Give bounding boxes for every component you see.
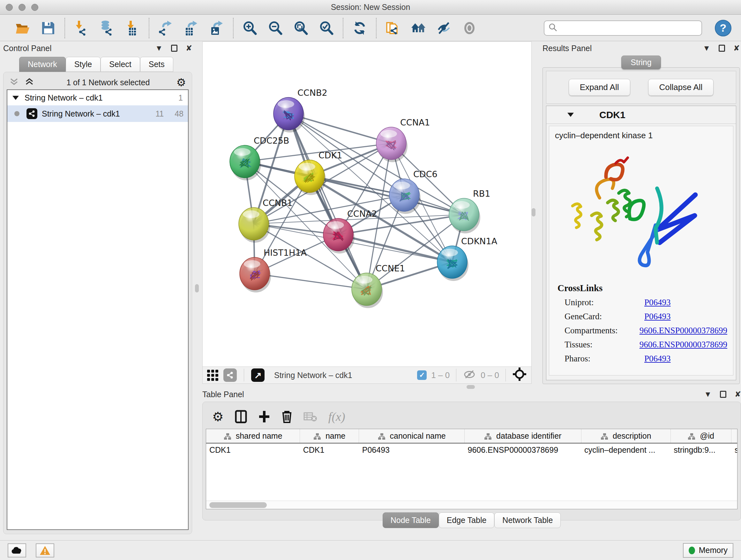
panel-float-icon[interactable] xyxy=(171,45,178,52)
crosslink-label: Compartments: xyxy=(564,326,639,335)
current-network-name: String Network – cdk1 xyxy=(274,371,352,380)
panel-close-icon[interactable]: ✘ xyxy=(186,44,192,53)
panel-close-icon[interactable]: ✘ xyxy=(735,390,741,399)
level-of-detail-icon[interactable] xyxy=(461,19,478,37)
zoom-out-icon[interactable] xyxy=(267,19,284,37)
import-network-icon[interactable] xyxy=(73,19,90,37)
edge-HIST1H1A-CCNE1[interactable] xyxy=(255,273,367,289)
tab-sets[interactable]: Sets xyxy=(140,57,173,72)
import-database-icon[interactable] xyxy=(98,19,116,37)
node-CCNA1[interactable] xyxy=(376,127,408,162)
export-image-icon[interactable] xyxy=(208,19,225,37)
selected-count: 1 – 0 xyxy=(431,370,450,380)
panel-float-icon[interactable] xyxy=(719,45,725,52)
crosslink-row: Compartments:9606.ENSP00000378699 xyxy=(564,326,727,335)
tab-select[interactable]: Select xyxy=(100,57,140,72)
column-header-shared-name[interactable]: shared name xyxy=(206,429,300,443)
column-header--id[interactable]: @id xyxy=(670,429,731,443)
collapse-collection-icon[interactable] xyxy=(12,96,19,100)
add-column-icon[interactable] xyxy=(258,410,270,424)
node-HIST1H1A[interactable] xyxy=(240,257,271,293)
table-hscrollbar[interactable] xyxy=(206,501,737,509)
table-toolbar: ⚙f(x) xyxy=(206,405,738,429)
node-CDK1[interactable] xyxy=(294,160,326,195)
node-label-CCNE1: CCNE1 xyxy=(376,263,405,273)
refresh-icon[interactable] xyxy=(351,19,368,37)
zoom-in-icon[interactable] xyxy=(241,19,259,37)
search-box[interactable] xyxy=(544,20,702,36)
crosslink-link[interactable]: P06493 xyxy=(644,354,671,364)
node-label-CCNA2: CCNA2 xyxy=(347,209,377,219)
export-network-icon[interactable] xyxy=(157,19,174,37)
delete-table-icon[interactable] xyxy=(304,411,318,422)
column-header-database-identifier[interactable]: database identifier xyxy=(465,429,582,443)
grid-view-icon[interactable] xyxy=(207,370,218,381)
panel-close-icon[interactable]: ✘ xyxy=(733,44,740,53)
node-label-CCNA1: CCNA1 xyxy=(400,118,430,127)
column-header-namespace[interactable]: namespace xyxy=(731,429,738,443)
hide-unhide-icon[interactable] xyxy=(435,19,453,37)
crosslink-link[interactable]: P06493 xyxy=(644,298,671,307)
scroll-thumb[interactable] xyxy=(209,502,267,508)
entry-header[interactable]: CDK1 xyxy=(546,106,736,124)
edge-CCNB2-CCNE1[interactable] xyxy=(288,114,367,289)
warning-button[interactable] xyxy=(36,543,54,557)
node-CDC6[interactable] xyxy=(389,179,421,214)
node-RB1[interactable] xyxy=(449,198,480,233)
crosslink-link[interactable]: 9606.ENSP00000378699 xyxy=(639,340,727,350)
zoom-fit-icon[interactable] xyxy=(292,19,310,37)
expand-all-networks-icon[interactable] xyxy=(9,77,19,88)
save-icon[interactable] xyxy=(40,19,57,37)
string-home-icon[interactable] xyxy=(410,19,427,37)
tab-edge-table[interactable]: Edge Table xyxy=(439,512,495,528)
tab-node-table[interactable]: Node Table xyxy=(383,512,439,528)
collapse-entry-icon[interactable] xyxy=(567,113,574,117)
table-row[interactable]: CDK1CDK1P064939606.ENSP00000378699cyclin… xyxy=(206,443,738,456)
cloud-button[interactable] xyxy=(8,543,26,557)
crosslink-link[interactable]: P06493 xyxy=(644,312,671,321)
collapse-all-networks-icon[interactable] xyxy=(24,77,34,88)
warning-icon xyxy=(39,545,51,556)
tab-style[interactable]: Style xyxy=(66,57,101,72)
network-canvas[interactable]: CCNB2CCNA1CDC25BCDK1CDC6RB1CCNB1CCNA2CDK… xyxy=(203,42,531,367)
panel-menu-icon[interactable]: ▼ xyxy=(155,44,163,53)
columns-icon[interactable] xyxy=(234,410,247,424)
open-folder-icon[interactable] xyxy=(14,19,31,37)
network-collection-row[interactable]: String Network – cdk1 1 xyxy=(7,90,188,105)
tab-network-table[interactable]: Network Table xyxy=(494,512,561,528)
copy-documents-icon[interactable] xyxy=(384,19,401,37)
network-options-gear-icon[interactable]: ⚙ xyxy=(177,76,186,89)
node-CCNB2[interactable] xyxy=(273,98,305,132)
search-input[interactable] xyxy=(558,23,692,33)
panel-menu-icon[interactable]: ▼ xyxy=(703,44,711,53)
column-header-name[interactable]: name xyxy=(300,429,359,443)
function-builder-icon[interactable]: f(x) xyxy=(328,410,345,424)
fit-content-crosshair-icon[interactable] xyxy=(512,367,527,384)
hidden-eye-icon[interactable] xyxy=(463,369,476,382)
node-CDC25B[interactable] xyxy=(230,145,261,180)
memory-button[interactable]: Memory xyxy=(683,543,733,558)
help-button[interactable]: ? xyxy=(715,20,731,37)
node-CDKN1A[interactable] xyxy=(437,246,468,281)
network-row-selected[interactable]: String Network – cdk1 11 48 xyxy=(7,105,188,122)
delete-column-icon[interactable] xyxy=(281,410,293,424)
birdseye-icon[interactable]: ↗ xyxy=(251,368,265,382)
import-table-icon[interactable] xyxy=(124,19,141,37)
crosslink-link[interactable]: 9606.ENSP00000378699 xyxy=(639,326,727,335)
column-header-canonical-name[interactable]: canonical name xyxy=(359,429,465,443)
column-header-description[interactable]: description xyxy=(581,429,670,443)
tab-string[interactable]: String xyxy=(621,56,661,69)
panel-float-icon[interactable] xyxy=(720,391,726,398)
left-splitter-handle[interactable] xyxy=(195,284,199,293)
share-view-icon[interactable] xyxy=(223,368,237,382)
node-CCNE1[interactable] xyxy=(352,273,383,308)
tab-network[interactable]: Network xyxy=(19,57,66,72)
panel-menu-icon[interactable]: ▼ xyxy=(704,390,712,399)
zoom-selected-icon[interactable] xyxy=(318,19,335,37)
selected-checkbox-icon[interactable]: ✓ xyxy=(417,370,427,380)
export-table-icon[interactable] xyxy=(183,19,200,37)
right-splitter-handle[interactable] xyxy=(532,208,536,216)
collapse-all-button[interactable]: Collapse All xyxy=(648,79,714,96)
expand-all-button[interactable]: Expand All xyxy=(569,79,630,96)
gear-icon[interactable]: ⚙ xyxy=(212,409,224,424)
